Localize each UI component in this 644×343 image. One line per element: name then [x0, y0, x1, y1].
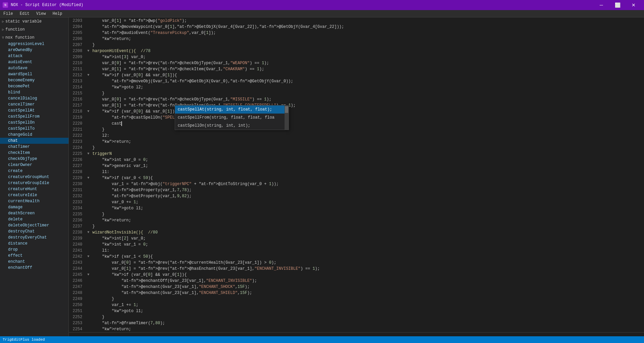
menu-edit[interactable]: Edit: [16, 10, 33, 17]
fold-column[interactable]: [86, 193, 91, 199]
sidebar-item-delete[interactable]: delete: [0, 216, 69, 222]
sidebar-item-blind[interactable]: blind: [0, 89, 69, 95]
fold-column[interactable]: [86, 181, 91, 187]
fold-column[interactable]: [86, 60, 91, 66]
sidebar-item-chat[interactable]: chat: [0, 138, 69, 144]
sidebar-item-drop[interactable]: drop: [0, 247, 69, 253]
fold-column[interactable]: ▼: [86, 72, 91, 78]
fold-column[interactable]: [86, 296, 91, 302]
fold-column[interactable]: [86, 248, 91, 254]
fold-column[interactable]: [86, 157, 91, 163]
fold-column[interactable]: ▼: [86, 175, 91, 181]
fold-column[interactable]: [86, 24, 91, 30]
sidebar-item-checkItem[interactable]: checkItem: [0, 150, 69, 156]
menu-file[interactable]: File: [0, 10, 16, 17]
window-controls[interactable]: ─ ⬜ ✕: [594, 0, 641, 10]
sidebar-item-castSpellTo[interactable]: castSpellTo: [0, 126, 69, 132]
fold-column[interactable]: [86, 78, 91, 84]
fold-column[interactable]: [86, 242, 91, 248]
fold-column[interactable]: [86, 36, 91, 42]
fold-column[interactable]: ▼: [86, 48, 91, 54]
fold-column[interactable]: [86, 199, 91, 205]
sidebar-header-nox-function[interactable]: ▽ nox function: [0, 34, 69, 41]
editor-content[interactable]: 2198 "kw">generic[2] var_0;2199 var_0[0]…: [69, 17, 644, 332]
fold-column[interactable]: [86, 211, 91, 217]
sidebar-item-enchantOff[interactable]: enchantOff: [0, 265, 69, 271]
sidebar-item-clearOwner[interactable]: clearOwner: [0, 162, 69, 168]
fold-column[interactable]: [86, 90, 91, 96]
fold-column[interactable]: [86, 145, 91, 151]
fold-column[interactable]: [86, 121, 91, 127]
fold-column[interactable]: [86, 217, 91, 223]
sidebar-item-castSpellAt[interactable]: castSpellAt: [0, 108, 69, 114]
sidebar-item-currentHealth[interactable]: currentHealth: [0, 198, 69, 204]
sidebar-item-audioEvent[interactable]: audioEvent: [0, 59, 69, 65]
sidebar-item-autoSave[interactable]: autoSave: [0, 65, 69, 71]
sidebar-item-damage[interactable]: damage: [0, 204, 69, 210]
fold-column[interactable]: [86, 66, 91, 72]
autocomplete-popup[interactable]: castSpellAt(string, int, float, float);c…: [175, 105, 289, 130]
fold-column[interactable]: [86, 314, 91, 320]
sidebar-item-aggressionLevel[interactable]: aggressionLevel: [0, 41, 69, 47]
autocomplete-item[interactable]: castSpellAt(string, int, float, float);: [175, 105, 289, 114]
fold-column[interactable]: [86, 205, 91, 211]
close-button[interactable]: ✕: [626, 0, 641, 10]
menu-help[interactable]: Help: [49, 10, 66, 17]
fold-column[interactable]: [86, 163, 91, 169]
sidebar-item-deleteObjectTimer[interactable]: deleteObjectTimer: [0, 222, 69, 228]
maximize-button[interactable]: ⬜: [610, 0, 625, 10]
fold-column[interactable]: [86, 18, 91, 24]
fold-column[interactable]: [86, 102, 91, 109]
fold-column[interactable]: [86, 42, 91, 48]
minimize-button[interactable]: ─: [594, 0, 609, 10]
sidebar-item-distance[interactable]: distance: [0, 241, 69, 247]
sidebar-item-creatureIdle[interactable]: creatureIdle: [0, 192, 69, 198]
fold-icon[interactable]: ▼: [87, 73, 89, 77]
fold-icon[interactable]: ▼: [87, 152, 89, 156]
sidebar-item-becomeEnemy[interactable]: becomeEnemy: [0, 77, 69, 83]
fold-column[interactable]: [86, 308, 91, 314]
fold-column[interactable]: [86, 235, 91, 242]
fold-column[interactable]: [86, 30, 91, 36]
sidebar-item-checkObjType[interactable]: checkObjType: [0, 156, 69, 162]
sidebar-item-enchant[interactable]: enchant: [0, 259, 69, 265]
sidebar-item-chatTimer[interactable]: chatTimer: [0, 144, 69, 150]
sidebar-item-areOwnedBy[interactable]: areOwnedBy: [0, 47, 69, 53]
fold-column[interactable]: [86, 115, 91, 121]
fold-column[interactable]: [86, 302, 91, 308]
sidebar-item-destroyEveryChat[interactable]: destroyEveryChat: [0, 234, 69, 241]
fold-icon[interactable]: ▼: [87, 49, 89, 53]
sidebar-item-deathScreen[interactable]: deathScreen: [0, 210, 69, 216]
fold-icon[interactable]: ▼: [87, 230, 89, 234]
fold-column[interactable]: [86, 284, 91, 290]
fold-icon[interactable]: ▼: [87, 273, 89, 276]
fold-column[interactable]: ▼: [86, 272, 91, 278]
sidebar-item-creatureGroupIdle[interactable]: creatureGroupIdle: [0, 180, 69, 186]
fold-column[interactable]: [86, 139, 91, 145]
fold-column[interactable]: [86, 260, 91, 266]
sidebar-item-becomePet[interactable]: becomePet: [0, 83, 69, 89]
sidebar-item-cancelDialog[interactable]: cancelDialog: [0, 95, 69, 101]
fold-column[interactable]: [86, 169, 91, 175]
sidebar-item-effect[interactable]: effect: [0, 253, 69, 259]
fold-column[interactable]: [86, 96, 91, 102]
sidebar-item-awardSpell[interactable]: awardSpell: [0, 71, 69, 77]
fold-column[interactable]: [86, 84, 91, 90]
fold-icon[interactable]: ▼: [87, 255, 89, 258]
autocomplete-item[interactable]: castSpellOn(string, int, int);: [175, 122, 289, 130]
sidebar-header-static-variable[interactable]: ▷ static variable: [0, 18, 69, 25]
fold-column[interactable]: [86, 266, 91, 272]
fold-column[interactable]: [86, 223, 91, 229]
sidebar-item-destroyChat[interactable]: destroyChat: [0, 228, 69, 234]
sidebar-item-castSpellOn[interactable]: castSpellOn: [0, 120, 69, 126]
sidebar-item-attack[interactable]: attack: [0, 53, 69, 59]
autocomplete-scrollbar[interactable]: [285, 105, 289, 130]
fold-column[interactable]: [86, 127, 91, 133]
fold-column[interactable]: [86, 54, 91, 60]
sidebar-header-function[interactable]: ▷ function: [0, 26, 69, 33]
sidebar-item-creatureHunt[interactable]: creatureHunt: [0, 186, 69, 192]
fold-column[interactable]: ▼: [86, 109, 91, 115]
fold-column[interactable]: ▼: [86, 151, 91, 157]
fold-icon[interactable]: ▼: [87, 110, 89, 113]
autocomplete-item[interactable]: castSpellFrom(string, float, float, floa: [175, 114, 289, 122]
